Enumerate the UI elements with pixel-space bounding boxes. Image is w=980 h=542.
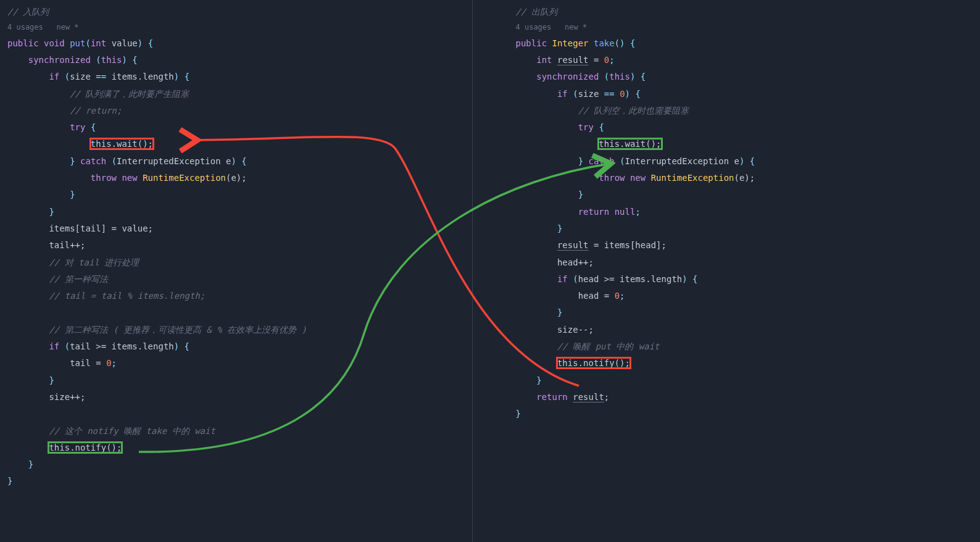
code-line: result = items[head];	[516, 237, 981, 254]
code-line: } catch (InterruptedException e) {	[516, 153, 981, 170]
right-notify-highlight: this.notify();	[557, 358, 630, 368]
code-line: // 队列满了，此时要产生阻塞	[7, 86, 472, 102]
code-line: head++;	[516, 254, 981, 271]
meta-right: 4 usages new *	[516, 20, 981, 35]
code-line: synchronized (this) {	[516, 69, 981, 85]
code-line: }	[516, 304, 981, 321]
code-line: // 队列空，此时也需要阻塞	[516, 102, 981, 119]
code-line: try {	[7, 119, 472, 136]
code-line: if (size == items.length) {	[7, 69, 472, 85]
code-line: // 这个 notify 唤醒 take 中的 wait	[7, 423, 472, 440]
code-line: } catch (InterruptedException e) {	[7, 153, 472, 170]
code-line: }	[516, 220, 981, 237]
left-wait-highlight: this.wait();	[91, 139, 153, 149]
code-line: }	[7, 456, 472, 473]
code-line: // 对 tail 进行处理	[7, 254, 472, 271]
code-line: }	[7, 473, 472, 490]
left-notify-highlight: this.notify();	[49, 443, 122, 452]
code-line: if (head >= items.length) {	[516, 271, 981, 288]
code-line	[7, 304, 472, 321]
left-code-pane: // 入队列 4 usages new * public void put(in…	[0, 0, 472, 542]
right-code-pane: // 出队列 4 usages new * public Integer tak…	[473, 0, 981, 542]
pane-divider	[472, 0, 473, 542]
code-line: // 第一种写法	[7, 271, 472, 288]
code-line: this.notify();	[516, 355, 981, 372]
comment-title-right: // 出队列	[516, 4, 981, 20]
code-line: size--;	[516, 322, 981, 338]
code-line: int result = 0;	[516, 52, 981, 69]
code-line: throw new RuntimeException(e);	[7, 170, 472, 186]
code-line: try {	[516, 119, 981, 136]
code-line: items[tail] = value;	[7, 220, 472, 237]
code-line: head = 0;	[516, 288, 981, 304]
code-line: if (tail >= items.length) {	[7, 338, 472, 355]
code-line: }	[516, 186, 981, 203]
code-line: public Integer take() {	[516, 35, 981, 52]
code-line: tail = 0;	[7, 355, 472, 372]
code-line: if (size == 0) {	[516, 86, 981, 102]
code-line: }	[7, 186, 472, 203]
code-line	[7, 406, 472, 422]
meta-left: 4 usages new *	[7, 20, 472, 35]
code-line: // 唤醒 put 中的 wait	[516, 338, 981, 355]
comment-title-left: // 入队列	[7, 4, 472, 20]
right-wait-highlight: this.wait();	[599, 139, 661, 149]
code-line: // 第二种写法 ( 更推荐，可读性更高 & % 在效率上没有优势 )	[7, 322, 472, 338]
code-line: return result;	[516, 389, 981, 406]
code-line: this.wait();	[7, 136, 472, 152]
code-line: }	[516, 406, 981, 422]
code-line: size++;	[7, 389, 472, 406]
code-line: tail++;	[7, 237, 472, 254]
code-line: // return;	[7, 102, 472, 119]
code-line: this.notify();	[7, 440, 472, 456]
code-line: return null;	[516, 204, 981, 220]
code-line: }	[7, 204, 472, 220]
code-line: // tail = tail % items.length;	[7, 288, 472, 304]
code-line: }	[516, 372, 981, 389]
code-line: synchronized (this) {	[7, 52, 472, 69]
code-line: }	[7, 372, 472, 389]
code-line: throw new RuntimeException(e);	[516, 170, 981, 186]
code-line: this.wait();	[516, 136, 981, 152]
code-line: public void put(int value) {	[7, 35, 472, 52]
